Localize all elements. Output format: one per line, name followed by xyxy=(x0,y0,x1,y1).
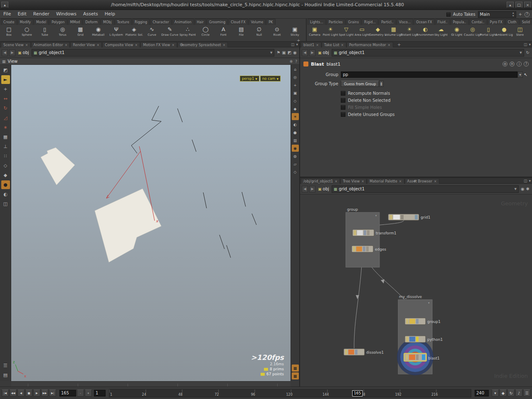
play-button[interactable]: ▶ xyxy=(33,389,40,397)
shelf-tab[interactable]: Popula.. xyxy=(451,19,469,25)
node-grid1[interactable] xyxy=(388,214,419,220)
shelf-tab[interactable]: Create xyxy=(1,19,17,25)
shelf-tool[interactable]: ◎ Caustic Light xyxy=(465,26,480,42)
window-menu-icon[interactable]: ▴ xyxy=(1,2,8,8)
audio-icon[interactable]: ♪ xyxy=(515,389,522,397)
shelf-tool[interactable]: ∅ Null xyxy=(250,26,268,42)
show-objects-icon[interactable]: ◩ xyxy=(1,66,10,74)
shelf-tab[interactable]: Particles xyxy=(326,19,345,25)
shelf-tool[interactable]: ▣ Camera xyxy=(307,26,323,42)
reselect-arrow-icon[interactable]: ↖ xyxy=(523,72,529,77)
handles-tool-icon[interactable]: + xyxy=(1,85,10,94)
shelf-tab[interactable]: Particl.. xyxy=(379,19,396,25)
close-tab-icon[interactable]: × xyxy=(135,42,138,48)
play-reverse-button[interactable]: ◀ xyxy=(17,389,25,397)
pane-tab[interactable]: Motion FX View × xyxy=(140,42,177,47)
paint-tool-icon[interactable]: ● xyxy=(1,180,10,189)
wireframe-icon[interactable]: ◇ xyxy=(292,97,299,104)
pane-tab[interactable]: Performance Monitor × xyxy=(347,42,393,47)
shelf-tool[interactable]: ◉ GI Light xyxy=(449,26,465,42)
shelf-tool[interactable]: □ Box xyxy=(0,26,18,42)
pose-tool-icon[interactable]: ∗ xyxy=(1,123,10,132)
pane-tab[interactable]: Animation Editor × xyxy=(31,42,70,47)
menu-item[interactable]: Help xyxy=(101,10,118,18)
pane-tab[interactable]: Tree View × xyxy=(340,178,367,184)
shelf-tab[interactable]: Hair xyxy=(195,19,206,25)
checkbox[interactable] xyxy=(341,105,345,110)
quickview-icon[interactable]: ▦ xyxy=(292,365,299,372)
group-type-select[interactable]: Guess from Group xyxy=(341,81,379,87)
node-group1[interactable] xyxy=(405,318,426,325)
close-tab-icon[interactable]: × xyxy=(172,42,175,48)
add-pane-tab-icon[interactable]: + xyxy=(179,42,185,48)
freeze-icon[interactable]: ✻ xyxy=(290,59,293,64)
shelf-tab[interactable]: Character xyxy=(150,19,172,25)
pane-tab[interactable]: Take List × xyxy=(322,42,346,47)
pin-icon[interactable]: ◉ xyxy=(521,187,525,191)
mirror-tool-icon[interactable]: ◫ xyxy=(1,200,10,208)
close-tab-icon[interactable]: × xyxy=(335,179,337,184)
netbox-group[interactable] xyxy=(346,212,379,267)
path-node-combo[interactable]: ▦ grid_object1 ▼ xyxy=(332,49,524,57)
checkbox[interactable] xyxy=(341,98,345,103)
shelf-tab[interactable]: Pyro FX xyxy=(488,19,505,25)
close-tab-icon[interactable]: × xyxy=(65,42,68,48)
node-name-field[interactable]: blast1 xyxy=(326,62,340,67)
node-python1[interactable] xyxy=(405,336,426,342)
group-select-icon[interactable]: ◉ xyxy=(292,145,299,152)
shade-window-icon[interactable]: ▴ xyxy=(507,2,514,8)
pane-tab[interactable]: Render View × xyxy=(70,42,102,47)
shelf-tab[interactable]: Cloud FX xyxy=(228,19,248,25)
rotate-tool-icon[interactable]: ↻ xyxy=(1,104,10,113)
playbar-menu-icon[interactable]: ▾ xyxy=(492,389,499,397)
node-edges[interactable] xyxy=(352,246,373,252)
go-end-button[interactable]: ▶| xyxy=(49,389,56,397)
materials-icon[interactable]: ● xyxy=(292,129,299,136)
forward-icon[interactable]: ▶ xyxy=(9,49,15,56)
pane-tab[interactable]: /obj/grid_object1 × xyxy=(301,178,340,184)
template-icon[interactable]: ▱ xyxy=(292,160,299,167)
menu-item[interactable]: Render xyxy=(30,10,53,18)
shelf-tool[interactable]: ◈ Platonic Sol... xyxy=(125,26,143,42)
close-tab-icon[interactable]: × xyxy=(399,179,402,184)
shelf-tab[interactable]: PK xyxy=(266,19,275,25)
select-tool-icon[interactable]: ► xyxy=(1,75,10,84)
home-view-icon[interactable]: ⌂ xyxy=(292,66,299,73)
viewport-scrollbar[interactable] xyxy=(11,381,291,387)
grid-snap-icon[interactable]: ▦ xyxy=(292,372,299,379)
shelf-tool[interactable]: ∿ Curve xyxy=(143,26,161,42)
scale-tool-icon[interactable]: ◿ xyxy=(1,113,10,122)
shelf-tool[interactable]: ◐ Environmen... xyxy=(417,26,433,42)
pin-icon[interactable]: ◉ xyxy=(293,50,297,55)
edges-display-icon[interactable]: ◇ xyxy=(1,161,10,170)
pane-tab[interactable]: Composite View × xyxy=(102,42,140,47)
translate-tool-icon[interactable]: ↔ xyxy=(1,94,10,103)
shelf-tool[interactable]: ▦ Grid xyxy=(71,26,89,42)
persp-menu[interactable]: persp1 ▼ xyxy=(240,76,259,81)
go-start-button[interactable]: |◀ xyxy=(2,389,9,397)
shelf-tool[interactable]: ◫ Stere xyxy=(512,26,528,42)
shelf-tab[interactable]: MMod xyxy=(68,19,83,25)
close-tab-icon[interactable]: × xyxy=(388,42,391,48)
help-icon[interactable]: ? xyxy=(525,12,530,17)
gear-icon[interactable]: ⚙ xyxy=(502,62,507,66)
view-pivot-icon[interactable]: + xyxy=(292,81,299,89)
pane-tab[interactable]: Asset Browser × xyxy=(405,178,439,184)
shelf-tool[interactable]: Ψ L-System xyxy=(107,26,125,42)
add-pane-tab-icon[interactable]: + xyxy=(411,178,418,184)
shelf-tab[interactable]: MObj xyxy=(101,19,114,25)
frame-decrement-button[interactable]: - xyxy=(77,389,84,397)
info-icon[interactable]: i xyxy=(517,62,522,66)
add-shelf-tab-icon[interactable]: + xyxy=(295,37,302,42)
chevron-down-icon[interactable]: ▼ xyxy=(520,51,522,54)
add-take-icon[interactable]: + xyxy=(519,12,522,17)
shelf-tab[interactable]: Visco... xyxy=(397,19,413,25)
add-pane-tab-icon[interactable]: + xyxy=(396,42,402,48)
collapse-box-icon[interactable]: ▾ xyxy=(375,214,377,217)
close-tab-icon[interactable]: × xyxy=(341,42,344,48)
path-node-combo[interactable]: ▦ grid_object1 ▼ xyxy=(332,185,519,193)
group-menu-icon[interactable]: ▼ xyxy=(517,71,523,78)
node-blast1[interactable] xyxy=(404,353,426,361)
next-keyframe-button[interactable]: ▶▶ xyxy=(41,389,48,397)
layout-icon[interactable]: ▤ xyxy=(1,371,10,379)
